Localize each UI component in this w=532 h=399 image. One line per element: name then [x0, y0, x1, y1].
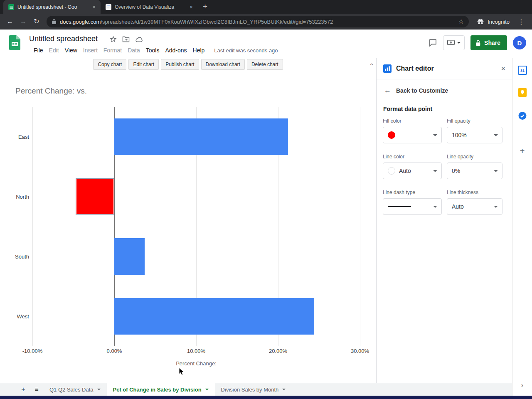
all-sheets-icon[interactable]: ≡: [30, 383, 43, 396]
fill-color-select[interactable]: [383, 127, 442, 143]
incognito-icon: [476, 17, 485, 26]
field-label: Line color: [383, 154, 442, 160]
browser-tab-doc[interactable]: Overview of Data Visualiza ×: [101, 0, 198, 14]
chevron-down-icon: [457, 42, 461, 44]
chevron-down-icon: [97, 389, 101, 390]
bar-east[interactable]: [114, 118, 288, 155]
bar-west[interactable]: [114, 298, 314, 335]
copy-chart-button[interactable]: Copy chart: [93, 59, 126, 70]
chevron-down-icon: [205, 389, 209, 390]
chevron-down-icon: [494, 134, 498, 136]
chart-canvas[interactable]: Percent Change: vs. EastNorthSouthWest -…: [0, 71, 376, 383]
chart-plot: [32, 107, 360, 346]
chart-editor-header: Chart editor ×: [377, 58, 512, 79]
header-actions: Share D: [429, 34, 526, 51]
x-tick-label: 10.00%: [187, 348, 205, 354]
bar-south[interactable]: [114, 238, 145, 275]
comment-icon[interactable]: [429, 39, 437, 47]
add-sheet-button[interactable]: +: [17, 383, 30, 396]
delete-chart-button[interactable]: Delete chart: [247, 59, 283, 70]
menu-help[interactable]: Help: [190, 46, 208, 54]
share-label: Share: [484, 39, 500, 46]
add-addon-button[interactable]: +: [520, 146, 525, 156]
line-color-field: Line color Auto: [383, 154, 442, 179]
calendar-icon[interactable]: 31: [518, 66, 527, 75]
edit-chart-button[interactable]: Edit chart: [128, 59, 159, 70]
bar-north[interactable]: [76, 178, 114, 215]
divider: [517, 129, 527, 129]
menu-view[interactable]: View: [62, 46, 80, 54]
address-bar[interactable]: docs.google.com/spreadsheets/d/1w39MTF0x…: [47, 16, 469, 27]
line-color-select[interactable]: Auto: [383, 163, 442, 179]
y-axis-label: North: [16, 194, 29, 200]
y-axis-label: West: [17, 313, 29, 320]
share-button[interactable]: Share: [470, 35, 507, 50]
collapse-toolbar-icon[interactable]: ›: [367, 63, 374, 65]
avatar[interactable]: D: [513, 36, 526, 49]
tab-title: Untitled spreadsheet - Goo: [17, 4, 87, 10]
fill-opacity-value: 100%: [452, 132, 467, 138]
chart-icon: [383, 64, 392, 73]
sheet-tab-pct-change[interactable]: Pct of Change in Sales by Division: [107, 383, 215, 396]
back-to-customize-link[interactable]: ← Back to Customize: [377, 79, 512, 98]
gridline: [32, 107, 33, 346]
gridline: [360, 107, 360, 346]
sheet-tab-bar: + ≡ Q1 Q2 Sales Data Pct of Change in Sa…: [0, 383, 512, 396]
chevron-down-icon: [433, 134, 437, 136]
x-tick-label: -10.00%: [22, 348, 42, 354]
menu-file[interactable]: File: [31, 46, 46, 54]
menu-data[interactable]: Data: [125, 46, 143, 54]
cloud-status-icon[interactable]: [135, 37, 143, 42]
close-icon[interactable]: ×: [188, 4, 195, 10]
bookmark-star-icon[interactable]: ☆: [458, 18, 464, 25]
line-dash-type-select[interactable]: [383, 198, 442, 215]
field-label: Line dash type: [383, 190, 442, 195]
field-label: Fill opacity: [447, 118, 502, 124]
move-folder-icon[interactable]: [122, 36, 130, 42]
publish-chart-button[interactable]: Publish chart: [161, 59, 199, 70]
format-fields: Fill color Fill opacity 100% Line color …: [377, 113, 512, 225]
menu-format[interactable]: Format: [101, 46, 125, 54]
incognito-badge: Incognito: [473, 17, 513, 26]
forward-icon[interactable]: →: [17, 16, 29, 27]
new-tab-button[interactable]: +: [198, 2, 212, 14]
menu-edit[interactable]: Edit: [46, 46, 62, 54]
browser-tab-spreadsheet[interactable]: Untitled spreadsheet - Goo ×: [3, 0, 101, 14]
present-button[interactable]: [443, 35, 465, 50]
line-opacity-select[interactable]: 0%: [447, 163, 502, 179]
tasks-icon[interactable]: [518, 111, 527, 120]
menu-tools[interactable]: Tools: [143, 46, 163, 54]
document-title[interactable]: Untitled spreadsheet: [29, 34, 98, 43]
section-title: Format data point: [377, 98, 512, 113]
y-axis-label: South: [15, 254, 29, 260]
back-icon[interactable]: ←: [4, 16, 16, 27]
expand-panel-icon[interactable]: ›: [521, 382, 523, 389]
incognito-label: Incognito: [488, 19, 510, 25]
line-thickness-select[interactable]: Auto: [447, 198, 502, 215]
taskbar-strip: [0, 396, 532, 399]
sheet-tab-q1q2[interactable]: Q1 Q2 Sales Data: [43, 383, 107, 396]
tab-title: Overview of Data Visualiza: [115, 4, 185, 10]
chart-title: Percent Change: vs.: [15, 86, 87, 96]
chevron-down-icon: [282, 389, 286, 390]
x-tick-label: 30.00%: [351, 348, 369, 354]
download-chart-button[interactable]: Download chart: [201, 59, 245, 70]
line-thickness-field: Line thickness Auto: [447, 190, 502, 215]
chart-action-toolbar: Copy chart Edit chart Publish chart Down…: [0, 58, 376, 71]
close-icon[interactable]: ×: [91, 4, 97, 10]
url-path: /spreadsheets/d/1w39MTF0xKouWhWIXzIGbwcl…: [101, 19, 333, 25]
menu-addons[interactable]: Add-ons: [162, 46, 190, 54]
fill-opacity-select[interactable]: 100%: [447, 127, 502, 143]
star-icon[interactable]: [110, 36, 117, 43]
close-icon[interactable]: ×: [501, 64, 505, 73]
sheet-tab-division-sales[interactable]: Division Sales by Month: [215, 383, 292, 396]
keep-icon[interactable]: [518, 88, 527, 97]
browser-menu-icon[interactable]: ⋮: [515, 18, 528, 26]
solid-line-glyph: [388, 206, 411, 207]
present-icon: [447, 40, 455, 46]
last-edit-link[interactable]: Last edit was seconds ago: [214, 47, 278, 54]
browser-tab-strip: Untitled spreadsheet - Goo × Overview of…: [0, 0, 532, 14]
chart-editor-panel: Chart editor × ← Back to Customize Forma…: [376, 58, 512, 383]
reload-icon[interactable]: ↻: [31, 16, 42, 27]
menu-insert[interactable]: Insert: [80, 46, 101, 54]
